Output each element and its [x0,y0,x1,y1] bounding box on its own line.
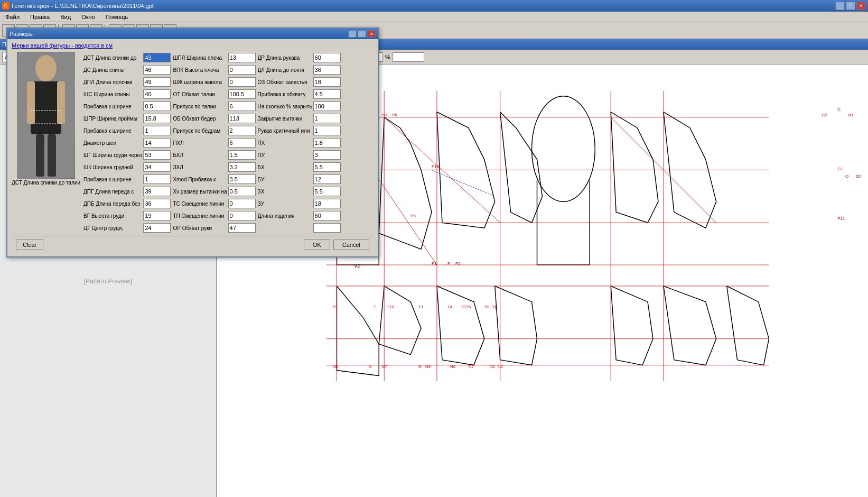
measure-input-or[interactable] [228,223,256,233]
app-icon: G [2,2,10,10]
measure-input-oz[interactable] [313,77,341,87]
measure-input-dpl[interactable] [143,77,171,87]
ok-button[interactable]: OK [304,240,330,250]
measure-input-percent[interactable] [313,102,341,111]
measure-row: Закрытие вытачки [258,113,341,124]
measures-header-link[interactable]: Мерки вашей фигуры - вводятся в см [12,42,374,49]
measure-row: ПХ [258,137,341,149]
measure-input-dlina[interactable] [313,211,341,220]
svg-text:P1: P1 [432,261,437,266]
measure-input-shk[interactable] [143,162,171,172]
svg-rect-3 [27,81,35,124]
measure-input-ts[interactable] [228,199,256,208]
window-controls: _ □ ✕ [835,2,866,10]
close-button[interactable]: ✕ [856,2,866,10]
svg-text:P2: P2 [455,261,461,266]
measure-input-pribavka-obh[interactable] [313,89,341,99]
scale-bar[interactable] [393,52,424,62]
measure-input-rukav[interactable] [313,126,341,135]
body-photo [17,52,75,179]
dialog-footer: Clear OK Cancel [12,236,374,253]
measure-input-zhl[interactable] [228,162,256,172]
sizes-minimize-btn[interactable]: _ [348,30,357,38]
menu-edit[interactable]: Правка [27,13,53,21]
svg-text:O: O [845,174,848,179]
measure-row: ШПЛ Ширина плеча [173,52,255,63]
measure-input-dpg[interactable] [143,187,171,196]
menu-window[interactable]: Окно [78,13,98,21]
photo-section: ДСТ Длина спинки до талии [12,52,80,234]
clear-button[interactable]: Clear [16,240,43,250]
measure-input-shpl[interactable] [228,53,256,62]
svg-rect-2 [31,81,61,134]
svg-text:C1: C1 [837,167,843,171]
sizes-close-btn[interactable]: ✕ [367,30,376,38]
measure-input-shs[interactable] [143,89,171,99]
measure-input-bh[interactable] [313,162,341,172]
measure-input-zh[interactable] [313,187,341,196]
measure-input-pripusk-t[interactable] [228,102,256,111]
measure-input-dl[interactable] [313,65,341,75]
scale-unit: % [385,54,390,60]
minimize-button[interactable]: _ [835,2,845,10]
measure-input-pu[interactable] [313,150,341,160]
menu-bar: Файл Правка Вид Окно Помощь [0,12,868,22]
menu-file[interactable]: Файл [2,13,23,21]
menu-view[interactable]: Вид [57,13,74,21]
measure-row: ЗХ [258,186,341,197]
measure-row: ТС Смещение линии [173,198,255,209]
svg-text:N6: N6 [450,364,456,369]
measure-input-zakr[interactable] [313,114,341,123]
svg-text:T1: T1 [418,305,424,309]
measure-input-ot[interactable] [228,89,256,99]
sizes-restore-btn[interactable]: □ [358,30,366,38]
measure-input-empty[interactable] [313,223,341,233]
measure-input-bhl[interactable] [228,150,256,160]
measure-row: Диаметр шеи [83,137,171,149]
measure-input-phl[interactable] [228,138,256,148]
measure-input-xv[interactable] [228,187,256,196]
measure-input-dr[interactable] [313,53,341,62]
measure-input-zu[interactable] [313,199,341,208]
measure-input-dst[interactable] [143,53,171,62]
measure-row: ШПР Ширина проймы [83,113,171,124]
svg-text:P6: P6 [392,113,397,117]
svg-text:N2: N2 [498,364,503,369]
measure-input-vg[interactable] [143,211,171,220]
measure-row: На сколько % закрыть [258,100,341,112]
maximize-button[interactable]: □ [846,2,855,10]
measure-input-ph[interactable] [313,138,341,148]
measure-input-bu[interactable] [313,174,341,184]
svg-text:T4: T4 [447,305,453,309]
menu-help[interactable]: Помощь [102,13,132,21]
measure-row: ВГ Высота груди [83,210,171,222]
measure-input-pripusk-b[interactable] [228,126,256,135]
svg-text:P: P [447,261,450,266]
measure-input-ob[interactable] [228,114,256,123]
cancel-button[interactable]: Cancel [333,240,369,250]
measure-input-vpk[interactable] [228,65,256,75]
measure-row: Прибавка к ширине [83,125,171,136]
svg-text:T5: T5 [466,305,471,309]
measure-input-tp[interactable] [228,211,256,220]
svg-text:N: N [418,364,422,369]
measure-input-shg[interactable] [143,150,171,160]
svg-rect-5 [36,134,44,177]
measure-row: Припуск по талии [173,100,255,112]
measure-row: ЗУ [258,198,341,209]
measure-row: Прибавка к ширине [83,173,171,185]
measure-input-shzh[interactable] [228,77,256,87]
measure-input-dpb[interactable] [143,199,171,208]
measure-input-pribavka3[interactable] [143,174,171,184]
measure-input-pribavka2[interactable] [143,126,171,135]
measure-input-pribavka1[interactable] [143,102,171,111]
measure-input-ds[interactable] [143,65,171,75]
measure-input-xmod[interactable] [228,174,256,184]
measure-input-cg[interactable] [143,223,171,233]
svg-text:T10: T10 [387,305,394,309]
measure-input-diam[interactable] [143,138,171,148]
svg-rect-4 [57,81,65,124]
measure-row: ШЖ ширина живота [173,76,255,88]
measure-row: ДС Длина спины [83,64,171,76]
measure-input-shpr[interactable] [143,114,171,123]
